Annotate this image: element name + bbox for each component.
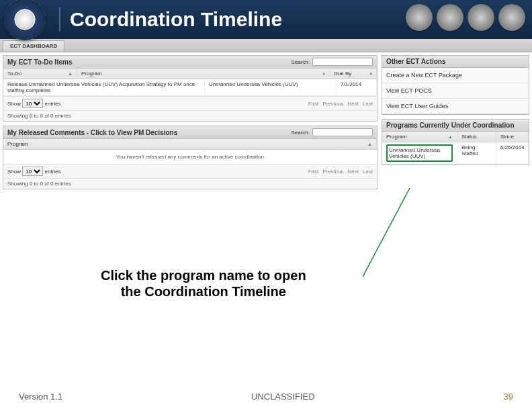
program-name-cell[interactable]: Unmanned Undersea Vehicles (UUV) (382, 142, 457, 164)
table-row: Unmanned Undersea Vehicles (UUV) Being S… (382, 142, 529, 165)
dashboard-tabstrip: ECT DASHBOARD (0, 39, 532, 52)
released-col-program[interactable]: Program▲ (3, 139, 377, 149)
todo-search-input[interactable] (312, 58, 373, 66)
annotation-text: Click the program name to open the Coord… (101, 267, 306, 300)
pager-next[interactable]: Next (347, 101, 358, 107)
todo-col-due[interactable]: Due By♦ (330, 68, 377, 79)
tab-ect-dashboard[interactable]: ECT DASHBOARD (3, 40, 64, 51)
ect-dashboard: ECT DASHBOARD My ECT To-Do Items Search:… (0, 39, 532, 193)
released-empty: You haven't released any comments for an… (3, 150, 377, 164)
footer-version: Version 1.1 (19, 392, 62, 402)
todo-showing: Showing 0 to 0 of 0 entries (7, 113, 71, 119)
actions-header: Other ECT Actions (382, 56, 529, 68)
todo-title: My ECT To-Do Items (7, 58, 72, 66)
pager-prev[interactable]: Previous (322, 101, 343, 107)
table-row: Release Unmanned Undersea Vehicles (UUV)… (3, 79, 377, 96)
slide-header: Coordination Timeline (0, 0, 532, 39)
programs-header: Programs Currently Under Coordination (382, 120, 529, 132)
footer-classification: UNCLASSIFIED (251, 392, 315, 402)
todo-pager: First Previous Next Last (308, 101, 373, 107)
branch-seals (406, 4, 525, 31)
slide-title: Coordination Timeline (70, 8, 282, 31)
action-view-pocs[interactable]: View ECT POCS (382, 83, 529, 99)
todo-program-cell: Unmanned Undersea Vehicles (UUV) (205, 79, 337, 95)
slide-footer: Version 1.1 UNCLASSIFIED 39 (0, 392, 532, 402)
sort-icon: ▲ (68, 71, 73, 76)
sort-icon: ▲ (448, 134, 453, 139)
programs-title: Programs Currently Under Coordination (386, 122, 515, 129)
title-divider (59, 7, 60, 32)
navy-seal-icon (468, 4, 494, 31)
programs-col-since[interactable]: Since (496, 132, 529, 142)
released-panel: My Released Comments - Click to View PM … (3, 126, 378, 189)
actions-panel: Other ECT Actions Create a New ECT Packa… (382, 55, 529, 115)
footer-page-number: 39 (504, 392, 513, 402)
action-create-package[interactable]: Create a New ECT Package (382, 68, 529, 83)
pager-first[interactable]: First (308, 169, 319, 175)
svg-line-0 (363, 188, 410, 277)
released-toolbar-bottom: Showing 0 to 0 of 0 entries (3, 178, 377, 189)
actions-title: Other ECT Actions (386, 58, 446, 65)
pager-next[interactable]: Next (347, 169, 358, 175)
todo-toolbar-bottom: Showing 0 to 0 of 0 entries (3, 110, 377, 121)
released-toolbar-top: Show 10 entries First Previous Next Last (3, 164, 377, 178)
program-since-cell: 6/26/2014 (496, 142, 529, 164)
programs-panel: Programs Currently Under Coordination Pr… (382, 119, 529, 165)
pager-first[interactable]: First (308, 101, 319, 107)
dod-seal-icon (4, 0, 46, 40)
todo-panel: My ECT To-Do Items Search: To-Do▲ Progra… (3, 55, 378, 122)
released-showing: Showing 0 to 0 of 0 entries (7, 181, 71, 187)
released-title: My Released Comments - Click to View PM … (7, 129, 177, 136)
sort-icon: ♦ (369, 71, 372, 76)
sort-icon: ▲ (367, 142, 372, 146)
airforce-seal-icon (498, 4, 525, 31)
programs-col-program[interactable]: Program▲ (382, 132, 457, 142)
todo-toolbar-top: Show 10 entries First Previous Next Last (3, 96, 377, 110)
todo-col-todo[interactable]: To-Do▲ (3, 68, 77, 79)
todo-pagesize-select[interactable]: 10 (22, 99, 43, 108)
todo-col-program[interactable]: Program♦ (77, 68, 330, 79)
marines-seal-icon (437, 4, 463, 31)
released-search-label: Search: (291, 130, 310, 136)
program-status-cell: Being Staffed (457, 142, 496, 164)
released-header: My Released Comments - Click to View PM … (3, 126, 377, 139)
pager-prev[interactable]: Previous (322, 169, 343, 175)
sort-icon: ♦ (322, 71, 325, 76)
pager-last[interactable]: Last (363, 169, 373, 175)
highlighted-program-link[interactable]: Unmanned Undersea Vehicles (UUV) (386, 144, 453, 162)
programs-col-status[interactable]: Status (457, 132, 496, 142)
todo-cell: Release Unmanned Undersea Vehicles (UUV)… (3, 79, 205, 95)
action-view-guides[interactable]: View ECT User Guides (382, 99, 529, 114)
army-seal-icon (406, 4, 433, 31)
todo-due-cell: 7/1/2014 (337, 79, 377, 95)
released-pager: First Previous Next Last (308, 169, 373, 175)
released-pagesize-select[interactable]: 10 (22, 167, 43, 176)
released-search-input[interactable] (312, 128, 373, 136)
todo-search-label: Search: (291, 59, 310, 65)
pager-last[interactable]: Last (363, 101, 373, 107)
todo-header: My ECT To-Do Items Search: (3, 56, 377, 68)
